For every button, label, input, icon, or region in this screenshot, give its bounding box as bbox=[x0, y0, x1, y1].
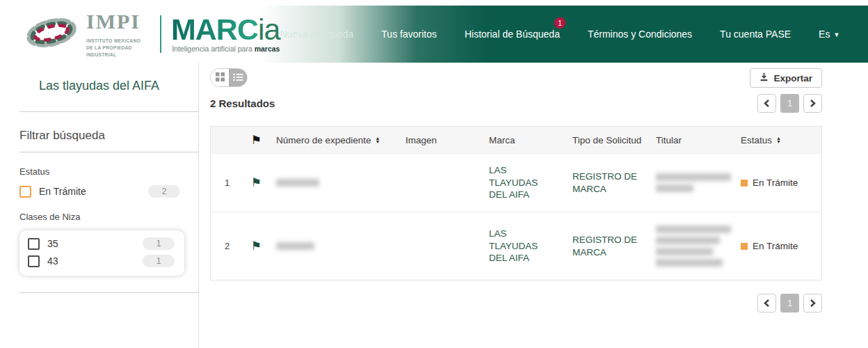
language-dropdown[interactable]: Es▼ bbox=[819, 29, 839, 40]
download-icon bbox=[760, 72, 769, 84]
marca-cell: LAS TLAYUDAS DEL AIFA bbox=[489, 228, 572, 264]
impi-globe-icon bbox=[24, 12, 79, 56]
chevron-down-icon: ▼ bbox=[833, 31, 839, 38]
table-row[interactable]: 2 ⚑ LAS TLAYUDAS DEL AIFA REGISTRO DE MA… bbox=[211, 212, 821, 280]
divider bbox=[19, 292, 198, 293]
filter-option-niza-43: 43 1 bbox=[28, 255, 175, 267]
nav-tu-cuenta-pase[interactable]: Tu cuenta PASE bbox=[720, 29, 791, 40]
current-page-button[interactable]: 1 bbox=[780, 94, 799, 113]
marca-column-header: Marca bbox=[489, 135, 572, 145]
impi-subtext: INSTITUTO MEXICANO DE LA PROPIEDAD INDUS… bbox=[86, 38, 147, 58]
count-badge: 1 bbox=[143, 255, 175, 267]
marcia-tagline: Inteligencia artificial para marcas bbox=[172, 45, 280, 53]
chevron-right-icon bbox=[810, 299, 816, 307]
prev-page-button[interactable] bbox=[757, 294, 776, 313]
status-cell: En Trámite bbox=[741, 177, 821, 188]
results-count-row: 2 Resultados 1 bbox=[210, 94, 822, 113]
nav-tus-favoritos[interactable]: Tus favoritos bbox=[381, 29, 437, 40]
titular-redacted bbox=[656, 222, 741, 270]
pagination-bottom-wrap: 1 bbox=[210, 294, 822, 313]
top-navbar: IMPI INSTITUTO MEXICANO DE LA PROPIEDAD … bbox=[0, 6, 868, 63]
nav-nueva-busqueda[interactable]: Nueva búsqueda bbox=[280, 29, 353, 40]
row-index: 1 bbox=[211, 177, 251, 188]
marca-cell: LAS TLAYUDAS DEL AIFA bbox=[489, 164, 572, 201]
niza-filter-label: Clases de Niza bbox=[19, 212, 198, 222]
favorite-flag-icon[interactable]: ⚑ bbox=[251, 176, 262, 189]
status-orange-square-icon bbox=[741, 180, 748, 187]
tipo-solicitud-cell: REGISTRO DE MARCA bbox=[572, 171, 656, 195]
status-orange-square-icon bbox=[741, 243, 748, 250]
imagen-column-header: Imagen bbox=[405, 135, 489, 145]
export-button[interactable]: Exportar bbox=[750, 68, 822, 88]
divider bbox=[19, 152, 198, 152]
checkbox-niza-35[interactable] bbox=[28, 238, 40, 250]
pagination-bottom: 1 bbox=[757, 294, 822, 313]
titular-column-header: Titular bbox=[656, 135, 741, 145]
results-table: ⚑ Número de expediente▲▼ Imagen Marca Ti… bbox=[210, 126, 822, 280]
results-count: 2 Resultados bbox=[210, 97, 275, 109]
expediente-redacted bbox=[276, 239, 405, 253]
main-nav: Nueva búsqueda Tus favoritos Historial d… bbox=[280, 29, 868, 40]
history-count-badge: 1 bbox=[554, 17, 565, 29]
table-header-row: ⚑ Número de expediente▲▼ Imagen Marca Ti… bbox=[211, 127, 821, 153]
status-label: En Trámite bbox=[753, 241, 798, 251]
tipo-solicitud-cell: REGISTRO DE MARCA bbox=[572, 234, 656, 258]
estatus-filter-label: Estatus bbox=[19, 166, 198, 177]
marcia-app: IMPI INSTITUTO MEXICANO DE LA PROPIEDAD … bbox=[0, 0, 868, 348]
count-badge: 1 bbox=[143, 237, 175, 250]
results-toolbar: Exportar bbox=[210, 68, 822, 88]
list-view-button[interactable] bbox=[229, 69, 247, 86]
impi-logo: IMPI INSTITUTO MEXICANO DE LA PROPIEDAD … bbox=[79, 10, 147, 58]
flag-icon: ⚑ bbox=[251, 134, 262, 146]
list-view-icon bbox=[233, 72, 243, 84]
grid-view-icon bbox=[216, 72, 225, 84]
favorite-flag-icon[interactable]: ⚑ bbox=[251, 239, 262, 253]
impi-wordmark: IMPI bbox=[86, 10, 147, 33]
chevron-right-icon bbox=[810, 100, 816, 107]
checkbox-en-tramite[interactable] bbox=[19, 186, 31, 198]
tipo-column-header: Tipo de Solicitud bbox=[572, 135, 656, 145]
filter-sidebar: Las tlayudas del AIFA Filtrar búsqueda E… bbox=[0, 63, 199, 348]
marcia-logo: MARCia Inteligencia artificial para marc… bbox=[171, 15, 280, 53]
estatus-column-header[interactable]: Estatus▲▼ bbox=[741, 135, 821, 145]
marcia-wordmark: MARCia bbox=[171, 15, 280, 43]
sort-icon: ▲▼ bbox=[376, 136, 380, 143]
prev-page-button[interactable] bbox=[757, 94, 776, 113]
status-label: En Trámite bbox=[753, 177, 798, 188]
grid-view-button[interactable] bbox=[211, 69, 229, 86]
filter-option-niza-35: 35 1 bbox=[28, 237, 175, 250]
logo-divider bbox=[160, 15, 161, 53]
checkbox-niza-43[interactable] bbox=[28, 255, 40, 267]
row-index: 2 bbox=[211, 241, 251, 251]
table-row[interactable]: 1 ⚑ LAS TLAYUDAS DEL AIFA REGISTRO DE MA… bbox=[211, 153, 821, 212]
expediente-column-header[interactable]: Número de expediente▲▼ bbox=[276, 135, 405, 145]
titular-redacted bbox=[656, 170, 741, 196]
chevron-left-icon bbox=[764, 299, 770, 307]
next-page-button[interactable] bbox=[803, 294, 822, 313]
nav-historial-busqueda[interactable]: Historial de Búsqueda1 bbox=[465, 29, 560, 40]
nav-terminos-condiciones[interactable]: Términos y Condiciones bbox=[588, 29, 692, 40]
sort-icon: ▲▼ bbox=[776, 136, 781, 143]
view-toggle bbox=[210, 68, 248, 87]
search-query-title: Las tlayudas del AIFA bbox=[19, 63, 198, 111]
niza-classes-card: 35 1 43 1 bbox=[19, 230, 184, 276]
expediente-redacted bbox=[276, 175, 405, 190]
status-cell: En Trámite bbox=[741, 241, 821, 251]
filter-option-en-tramite: En Trámite 2 bbox=[19, 185, 198, 198]
count-badge: 2 bbox=[148, 185, 180, 198]
pagination-top: 1 bbox=[757, 94, 822, 113]
results-main: Exportar 2 Resultados 1 ⚑ Número de expe… bbox=[210, 68, 822, 313]
logo-group: IMPI INSTITUTO MEXICANO DE LA PROPIEDAD … bbox=[24, 10, 280, 58]
next-page-button[interactable] bbox=[803, 94, 822, 113]
flag-column-header: ⚑ bbox=[251, 134, 276, 146]
current-page-button[interactable]: 1 bbox=[780, 294, 799, 313]
filter-section-title: Filtrar búsqueda bbox=[19, 112, 198, 152]
chevron-left-icon bbox=[764, 100, 770, 107]
